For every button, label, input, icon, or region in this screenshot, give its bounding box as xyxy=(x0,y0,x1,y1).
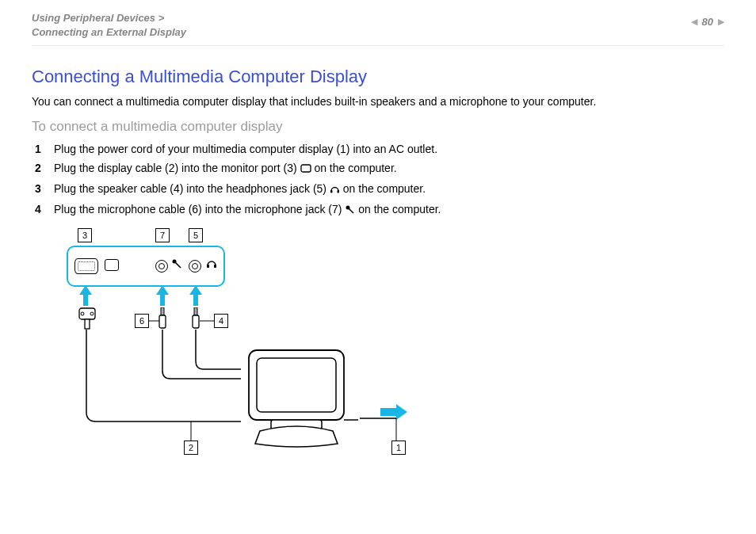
vga-plug-icon xyxy=(78,307,86,325)
step-text: Plug the power cord of your multimedia c… xyxy=(54,143,437,155)
audio-plug-icon xyxy=(158,307,166,325)
step-text: Plug the display cable (2) into the moni… xyxy=(54,162,300,174)
microphone-icon xyxy=(171,258,182,269)
breadcrumb-line-1: Using Peripheral Devices > xyxy=(32,11,186,25)
step-item: Plug the display cable (2) into the moni… xyxy=(35,162,724,176)
pager: ◀ 80 ▶ xyxy=(691,11,724,28)
page-number: 80 xyxy=(702,16,713,28)
headphones-icon xyxy=(330,184,340,196)
connection-diagram: 3 7 5 6 4 xyxy=(67,231,463,469)
steps-list: Plug the power cord of your multimedia c… xyxy=(32,143,724,217)
page-title: Connecting a Multimedia Computer Display xyxy=(32,67,724,87)
intro-paragraph: You can connect a multimedia computer di… xyxy=(32,95,724,108)
page-header: Using Peripheral Devices > Connecting an… xyxy=(0,0,756,44)
up-arrow-icon xyxy=(189,285,200,308)
page-content: Connecting a Multimedia Computer Display… xyxy=(0,46,756,469)
section-subtitle: To connect a multimedia computer display xyxy=(32,119,724,135)
step-item: Plug the power cord of your multimedia c… xyxy=(35,143,724,155)
leader-line xyxy=(200,320,214,322)
ports-panel xyxy=(67,246,225,287)
leader-line xyxy=(190,421,192,441)
monitor-port-icon xyxy=(105,259,119,271)
monitor-port-icon xyxy=(300,163,311,176)
svg-line-4 xyxy=(349,209,354,214)
step-text: on the computer. xyxy=(314,162,396,174)
leader-line xyxy=(148,320,159,322)
svg-rect-0 xyxy=(301,165,311,172)
crt-monitor-icon xyxy=(233,342,360,453)
callout-2: 2 xyxy=(184,441,198,455)
svg-rect-12 xyxy=(79,308,95,319)
step-item: Plug the microphone cable (6) into the m… xyxy=(35,203,724,217)
callout-3: 3 xyxy=(78,228,92,242)
mic-jack-icon xyxy=(155,260,168,273)
step-text: on the computer. xyxy=(358,203,441,216)
step-item: Plug the speaker cable (4) into the head… xyxy=(35,182,724,196)
svg-rect-8 xyxy=(214,265,216,268)
svg-rect-24 xyxy=(257,358,336,412)
svg-line-6 xyxy=(176,263,181,269)
leader-line xyxy=(360,417,398,444)
step-text: Plug the microphone cable (6) into the m… xyxy=(54,203,345,216)
headphones-icon xyxy=(206,258,217,269)
next-page-arrow-icon[interactable]: ▶ xyxy=(718,17,724,26)
svg-rect-16 xyxy=(161,307,164,315)
up-arrow-icon xyxy=(156,285,167,308)
up-arrow-icon xyxy=(79,285,90,308)
breadcrumb: Using Peripheral Devices > Connecting an… xyxy=(32,11,186,39)
svg-marker-10 xyxy=(156,285,169,306)
headphone-jack-icon xyxy=(189,260,201,273)
vga-port-icon xyxy=(74,258,98,274)
breadcrumb-line-2: Connecting an External Display xyxy=(32,25,186,40)
svg-marker-9 xyxy=(79,285,92,306)
svg-marker-11 xyxy=(189,285,202,306)
step-text: on the computer. xyxy=(343,182,426,195)
audio-plug-icon xyxy=(192,307,200,325)
prev-page-arrow-icon[interactable]: ◀ xyxy=(691,17,697,26)
svg-rect-1 xyxy=(330,190,333,193)
callout-5: 5 xyxy=(189,228,203,242)
step-text: Plug the speaker cable (4) into the head… xyxy=(54,182,330,195)
svg-rect-7 xyxy=(207,265,209,268)
svg-rect-18 xyxy=(194,307,197,315)
microphone-icon xyxy=(345,204,355,217)
callout-7: 7 xyxy=(155,228,170,242)
svg-rect-2 xyxy=(337,190,339,193)
